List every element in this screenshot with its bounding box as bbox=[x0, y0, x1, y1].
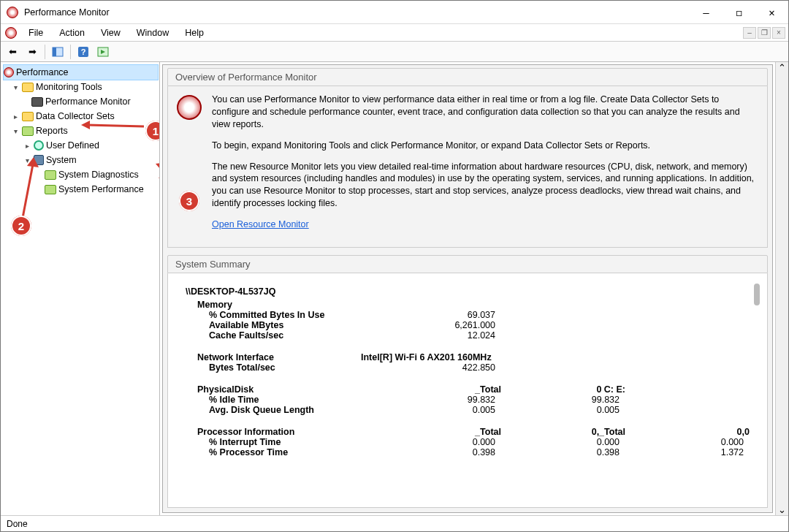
label: Data Collector Sets bbox=[36, 111, 115, 121]
metric-available-mbytes: Available MBytes 6,261.000 bbox=[186, 320, 750, 330]
mdi-restore-button[interactable]: ❐ bbox=[758, 27, 771, 39]
folder-icon bbox=[22, 126, 34, 136]
tree-node-performance[interactable]: Performance bbox=[4, 65, 158, 80]
metric-bytes-total: Bytes Total/sec 422.850 bbox=[186, 362, 750, 373]
summary-body[interactable]: \\DESKTOP-4L537JQ Memory % Committed Byt… bbox=[167, 273, 768, 508]
tree-node-system-diagnostics[interactable]: System Diagnostics bbox=[4, 167, 158, 182]
minimize-button[interactable]: — bbox=[690, 1, 723, 23]
overview-heading: Overview of Performance Monitor bbox=[167, 68, 768, 86]
overview-p3: The new Resource Monitor lets you view d… bbox=[212, 161, 758, 210]
mdi-close-button[interactable]: × bbox=[772, 27, 785, 39]
gear-icon bbox=[34, 140, 44, 151]
label: User Defined bbox=[46, 140, 99, 151]
tree-node-system[interactable]: System bbox=[4, 153, 158, 167]
separator bbox=[70, 45, 71, 59]
folder-icon bbox=[22, 112, 34, 121]
host-name: \\DESKTOP-4L537JQ bbox=[186, 286, 750, 297]
svg-marker-13 bbox=[159, 175, 160, 187]
svg-text:?: ? bbox=[81, 48, 86, 56]
menu-file[interactable]: File bbox=[21, 26, 50, 39]
tree-node-system-performance[interactable]: System Performance bbox=[4, 182, 158, 197]
toolbar: ? bbox=[1, 42, 788, 62]
folder-icon bbox=[22, 83, 34, 92]
properties-button[interactable] bbox=[94, 44, 112, 60]
metric-idle-time: % Idle Time 99.832 99.832 bbox=[186, 395, 750, 405]
performance-icon bbox=[4, 67, 14, 77]
app-icon-small bbox=[5, 27, 17, 39]
tree-node-data-collector-sets[interactable]: Data Collector Sets bbox=[4, 109, 158, 123]
perfmon-large-icon bbox=[177, 95, 202, 120]
app-icon bbox=[7, 7, 18, 18]
system-summary-panel: System Summary \\DESKTOP-4L537JQ Memory … bbox=[163, 252, 772, 512]
overview-p1: You can use Performance Monitor to view … bbox=[212, 94, 758, 131]
mdi-minimize-button[interactable]: – bbox=[743, 27, 756, 39]
back-button[interactable] bbox=[4, 44, 21, 60]
category-memory: Memory bbox=[186, 300, 750, 310]
metric-queue-length: Avg. Disk Queue Length 0.005 0.005 bbox=[186, 405, 750, 415]
summary-heading: System Summary bbox=[167, 255, 768, 273]
metric-cache-faults: Cache Faults/sec 12.024 bbox=[186, 330, 750, 341]
window-title: Performance Monitor bbox=[24, 7, 690, 18]
chart-icon bbox=[31, 97, 43, 107]
menu-bar: File Action View Window Help – ❐ × bbox=[1, 24, 788, 42]
overview-text: You can use Performance Monitor to view … bbox=[212, 94, 758, 240]
metric-committed-bytes: % Committed Bytes In Use 69.037 bbox=[186, 310, 750, 320]
metric-interrupt-time: % Interrupt Time 0.000 0.000 0.000 bbox=[186, 437, 750, 447]
overview-panel: Overview of Performance Monitor You can … bbox=[163, 65, 772, 252]
inner-scrollbar[interactable] bbox=[754, 284, 760, 305]
status-text: Done bbox=[7, 519, 28, 529]
category-processor: Processor Information _Total 0,_Total 0,… bbox=[186, 427, 750, 437]
folder-icon bbox=[45, 185, 56, 194]
expand-icon[interactable] bbox=[11, 113, 20, 121]
help-button[interactable]: ? bbox=[75, 44, 92, 60]
label: Performance bbox=[16, 67, 69, 77]
scroll-up-icon[interactable] bbox=[778, 62, 786, 73]
tree-node-monitoring-tools[interactable]: Monitoring Tools bbox=[4, 80, 158, 94]
open-resource-monitor-link[interactable]: Open Resource Monitor bbox=[212, 219, 309, 229]
expand-icon[interactable] bbox=[23, 156, 31, 164]
menu-action[interactable]: Action bbox=[52, 26, 92, 39]
category-network: Network Interface Intel[R] Wi-Fi 6 AX201… bbox=[186, 352, 750, 362]
content-pane: 3 Overview of Performance Monitor You ca… bbox=[162, 64, 773, 513]
metric-processor-time: % Processor Time 0.398 0.398 1.372 bbox=[186, 447, 750, 457]
expand-icon[interactable] bbox=[11, 127, 20, 135]
title-bar: Performance Monitor — ◻ ✕ bbox=[1, 1, 788, 24]
navigation-tree[interactable]: Performance Monitoring Tools Performance… bbox=[1, 62, 160, 515]
separator bbox=[45, 45, 45, 59]
label: Performance Monitor bbox=[45, 96, 131, 107]
folder-icon bbox=[45, 170, 56, 180]
overview-p2: To begin, expand Monitoring Tools and cl… bbox=[212, 140, 758, 152]
status-bar: Done bbox=[1, 515, 788, 531]
expand-icon[interactable] bbox=[23, 142, 31, 150]
category-physicaldisk: PhysicalDisk _Total 0 C: E: bbox=[186, 384, 750, 395]
menu-help[interactable]: Help bbox=[178, 26, 211, 39]
label: System Diagnostics bbox=[58, 170, 139, 180]
show-hide-tree-button[interactable] bbox=[49, 44, 66, 60]
vertical-scrollbar[interactable] bbox=[775, 62, 788, 515]
annotation-badge-2: 2 bbox=[11, 216, 31, 236]
maximize-button[interactable]: ◻ bbox=[723, 1, 755, 23]
label: Monitoring Tools bbox=[36, 82, 102, 92]
label: System bbox=[46, 155, 77, 165]
computer-icon bbox=[34, 155, 44, 165]
scroll-down-icon[interactable] bbox=[778, 504, 786, 515]
svg-rect-1 bbox=[53, 48, 56, 56]
close-button[interactable]: ✕ bbox=[755, 1, 788, 23]
tree-node-performance-monitor[interactable]: Performance Monitor bbox=[4, 94, 158, 109]
label: Reports bbox=[36, 126, 68, 136]
menu-window[interactable]: Window bbox=[129, 26, 176, 39]
tree-node-reports[interactable]: Reports bbox=[4, 123, 158, 138]
workspace: Performance Monitoring Tools Performance… bbox=[1, 62, 788, 515]
forward-button[interactable] bbox=[23, 44, 41, 60]
tree-node-user-defined[interactable]: User Defined bbox=[4, 138, 158, 153]
menu-view[interactable]: View bbox=[94, 26, 128, 39]
label: System Performance bbox=[58, 184, 144, 194]
expand-icon[interactable] bbox=[11, 83, 20, 91]
